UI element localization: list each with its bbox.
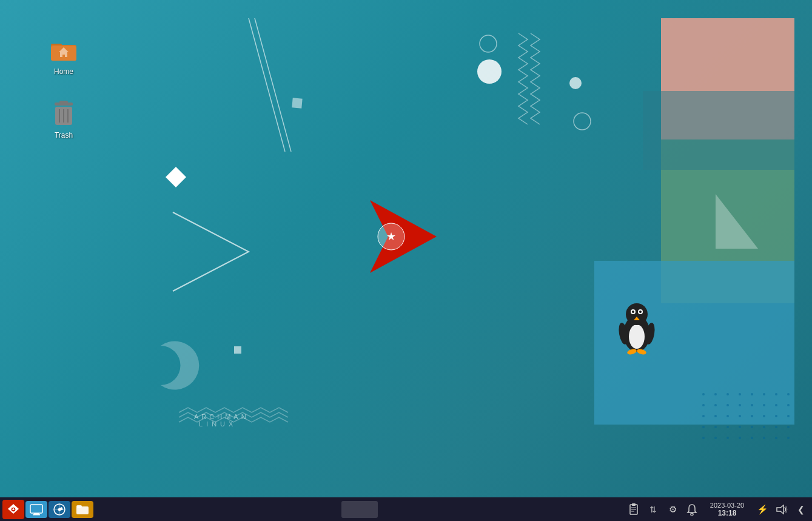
svg-point-58: [629, 324, 645, 349]
home-folder-icon: [49, 36, 78, 65]
trash-icon-label: Trash: [55, 131, 73, 139]
svg-point-31: [714, 415, 717, 417]
desktop-icon-home[interactable]: Home: [39, 33, 88, 78]
clipboard-tray-icon[interactable]: [625, 501, 642, 518]
svg-rect-92: [632, 503, 636, 506]
svg-point-14: [702, 393, 705, 395]
svg-point-36: [775, 415, 777, 417]
svg-marker-2: [594, 261, 794, 425]
svg-point-23: [714, 404, 717, 406]
svg-rect-82: [30, 505, 42, 513]
svg-point-9: [477, 59, 502, 84]
svg-point-26: [751, 404, 753, 406]
svg-point-61: [638, 309, 643, 314]
clock-time: 13:18: [718, 509, 737, 517]
svg-point-21: [787, 393, 790, 395]
svg-point-62: [632, 311, 634, 313]
taskbar-windows: [93, 501, 625, 518]
svg-point-34: [751, 415, 753, 417]
svg-point-41: [739, 426, 741, 428]
svg-point-60: [631, 309, 636, 314]
svg-point-42: [751, 426, 753, 428]
svg-line-6: [255, 18, 291, 152]
svg-point-32: [726, 415, 729, 417]
svg-marker-97: [777, 505, 783, 514]
archman-menu-button[interactable]: [2, 500, 24, 519]
svg-point-57: [623, 315, 650, 352]
svg-point-22: [702, 404, 705, 406]
svg-point-67: [617, 322, 629, 345]
svg-point-44: [775, 426, 777, 428]
svg-text:★: ★: [386, 230, 396, 243]
desktop: ★ ARCHMAN: [0, 0, 812, 497]
show-desktop-button[interactable]: [25, 501, 47, 518]
system-tray: ⇅ ⚙ 2023-03-20 13:18 ⚡ ❮: [625, 500, 810, 519]
svg-marker-88: [58, 507, 63, 511]
svg-point-53: [787, 437, 790, 439]
svg-rect-90: [76, 505, 82, 508]
svg-rect-83: [34, 513, 39, 514]
clock-date: 2023-03-20: [710, 502, 744, 509]
svg-point-46: [702, 437, 705, 439]
svg-point-25: [739, 404, 741, 406]
browser-button[interactable]: [49, 501, 70, 518]
svg-rect-12: [166, 167, 186, 187]
svg-point-28: [775, 404, 777, 406]
tray-expand-icon[interactable]: ❮: [793, 501, 810, 518]
battery-tray-icon[interactable]: ⚡: [754, 501, 771, 518]
network-tray-icon[interactable]: ⇅: [645, 501, 662, 518]
svg-point-18: [751, 393, 753, 395]
watermark-line1: ARCHMAN: [194, 413, 249, 420]
taskbar-apps: [2, 500, 93, 519]
watermark-line2: LINUX: [199, 420, 249, 428]
svg-point-55: [378, 223, 404, 250]
svg-point-15: [714, 393, 717, 395]
svg-marker-0: [661, 18, 794, 139]
svg-marker-54: [370, 200, 437, 273]
svg-marker-3: [643, 91, 794, 170]
svg-point-59: [626, 303, 648, 325]
svg-marker-1: [661, 139, 794, 303]
svg-point-45: [787, 426, 790, 428]
svg-point-11: [574, 113, 591, 130]
notifications-tray-icon[interactable]: [683, 501, 700, 518]
svg-point-16: [726, 393, 729, 395]
svg-marker-64: [634, 317, 640, 320]
svg-rect-7: [292, 98, 302, 108]
taskbar: ⇅ ⚙ 2023-03-20 13:18 ⚡ ❮: [0, 497, 812, 521]
svg-point-10: [569, 77, 582, 89]
clock-widget[interactable]: 2023-03-20 13:18: [703, 500, 751, 519]
svg-point-48: [726, 437, 729, 439]
settings-tray-icon[interactable]: ⚙: [664, 501, 681, 518]
open-window-button[interactable]: [341, 501, 378, 518]
volume-tray-icon[interactable]: [773, 501, 790, 518]
svg-rect-13: [234, 346, 241, 354]
svg-marker-4: [716, 194, 758, 249]
svg-point-24: [726, 404, 729, 406]
svg-point-33: [739, 415, 741, 417]
svg-point-40: [726, 426, 729, 428]
svg-point-68: [644, 322, 656, 345]
svg-point-27: [763, 404, 765, 406]
svg-point-50: [751, 437, 753, 439]
trash-folder-icon: [49, 99, 78, 129]
svg-point-37: [787, 415, 790, 417]
svg-point-19: [763, 393, 765, 395]
svg-point-20: [775, 393, 777, 395]
svg-point-43: [763, 426, 765, 428]
desktop-icon-trash[interactable]: Trash: [39, 97, 88, 142]
home-icon-label: Home: [54, 67, 73, 76]
svg-point-30: [702, 415, 705, 417]
svg-point-17: [739, 393, 741, 395]
svg-point-52: [775, 437, 777, 439]
svg-rect-74: [59, 101, 68, 103]
svg-point-35: [763, 415, 765, 417]
svg-point-29: [787, 404, 790, 406]
svg-point-38: [702, 426, 705, 428]
svg-point-49: [739, 437, 741, 439]
svg-rect-84: [33, 514, 40, 516]
files-button[interactable]: [72, 501, 93, 518]
svg-point-47: [714, 437, 717, 439]
svg-point-39: [714, 426, 717, 428]
svg-line-5: [249, 18, 285, 152]
